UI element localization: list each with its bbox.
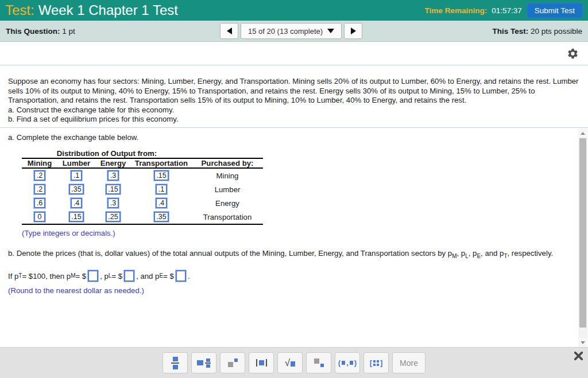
- more-button[interactable]: More: [392, 352, 425, 373]
- exchange-value-input[interactable]: .1: [71, 170, 82, 181]
- exchange-value-input[interactable]: 0: [34, 212, 45, 222]
- close-icon[interactable]: [574, 352, 583, 360]
- previous-question-button[interactable]: [220, 23, 238, 39]
- next-question-button[interactable]: [344, 23, 362, 39]
- exchange-value-input[interactable]: .1: [156, 184, 167, 194]
- exchange-value-input[interactable]: .15: [69, 212, 83, 222]
- parentheses-button[interactable]: (,): [335, 352, 360, 373]
- part-b-answer-line: If pT = $100, then pM = $, pL = $, and p…: [8, 270, 571, 282]
- table-caption: Distribution of Output from:: [22, 149, 192, 158]
- exchange-value-input[interactable]: .2: [34, 170, 45, 181]
- this-question-label: This Question:: [6, 27, 60, 36]
- exchange-value-input[interactable]: .3: [107, 198, 119, 208]
- parentheses-icon: (,): [338, 358, 357, 367]
- test-player-window: Test:Week 1 Chapter 1 Test Time Remainin…: [0, 0, 588, 378]
- part-a-note: (Type integers or decimals.): [22, 229, 571, 237]
- question-item-b: b. Find a set of equilibrium prices for …: [8, 115, 580, 124]
- part-b-intro: b. Denote the prices (that is, dollar va…: [8, 249, 571, 258]
- column-header-mining: Mining: [22, 158, 57, 168]
- table-row: .6.4.3.4Energy: [22, 196, 263, 210]
- absolute-value-button[interactable]: [249, 352, 274, 373]
- absolute-value-icon: [256, 359, 267, 367]
- price-input[interactable]: [88, 270, 98, 282]
- exchange-value-input[interactable]: .4: [156, 198, 167, 208]
- row-label: Lumber: [192, 182, 263, 196]
- exponent-icon: [228, 358, 238, 367]
- mixed-number-button[interactable]: [191, 352, 216, 373]
- question-info-bar: This Question: 1 pt 15 of 20 (13 complet…: [0, 21, 588, 42]
- subscript-icon: [314, 358, 324, 367]
- scroll-down-button[interactable]: [578, 338, 587, 347]
- price-input[interactable]: [176, 270, 186, 282]
- exchange-value-input[interactable]: .3: [107, 170, 119, 181]
- question-item-a: a. Construct the exchange table for this…: [8, 106, 580, 115]
- submit-test-button[interactable]: Submit Test: [527, 3, 583, 18]
- subscript-button[interactable]: [306, 352, 331, 373]
- fraction-icon: [171, 357, 179, 369]
- part-b-round-note: (Round to the nearest dollar as needed.): [8, 286, 571, 295]
- question-body: Suppose an economy has four sectors: Min…: [8, 77, 580, 106]
- exchange-value-input[interactable]: .15: [154, 170, 168, 181]
- this-test-text: This Test: 20 pts possible: [492, 27, 582, 36]
- scrollbar-thumb[interactable]: [579, 138, 586, 328]
- column-header-lumber: Lumber: [57, 158, 95, 168]
- next-arrow-icon: [351, 28, 356, 34]
- table-caption-spacer: [192, 149, 263, 158]
- time-remaining-label: Time Remaining:: [425, 6, 488, 15]
- question-toolbar-row: [0, 42, 588, 65]
- previous-arrow-icon: [226, 28, 231, 34]
- test-title: Week 1 Chapter 1 Test: [38, 2, 178, 18]
- exponent-button[interactable]: [220, 352, 245, 373]
- question-select-label: 15 of 20 (13 complete): [248, 27, 323, 36]
- exchange-value-input[interactable]: .35: [69, 184, 83, 194]
- exchange-table: Distribution of Output from: Mining Lumb…: [22, 149, 263, 225]
- answer-scrollbar[interactable]: [578, 128, 587, 347]
- table-row: .2.35.15.1Lumber: [22, 182, 263, 196]
- row-label: Energy: [192, 196, 263, 210]
- column-header-transportation: Transportation: [131, 158, 192, 168]
- exchange-value-input[interactable]: .15: [106, 184, 120, 194]
- test-label: Test:: [5, 2, 34, 18]
- square-root-icon: √: [285, 358, 295, 368]
- price-input[interactable]: [124, 270, 134, 282]
- question-select-dropdown[interactable]: 15 of 20 (13 complete): [241, 23, 342, 39]
- square-root-button[interactable]: √: [277, 352, 303, 373]
- math-toolbar-buttons: √(,)[]More: [163, 352, 425, 373]
- question-navigation: 15 of 20 (13 complete): [220, 23, 362, 39]
- page-title: Test:Week 1 Chapter 1 Test: [5, 2, 178, 18]
- gear-icon[interactable]: [567, 48, 579, 60]
- exchange-table-body: .2.1.3.15Mining.2.35.15.1Lumber.6.4.3.4E…: [22, 168, 263, 224]
- table-row: 0.15.25.35Transportation: [22, 210, 263, 224]
- scroll-up-button[interactable]: [578, 128, 587, 138]
- this-question-value: 1 pt: [62, 27, 75, 36]
- row-label: Transportation: [192, 210, 263, 224]
- this-test-label: This Test:: [492, 27, 528, 36]
- exchange-value-input[interactable]: .2: [34, 184, 45, 194]
- exchange-value-input[interactable]: .35: [154, 212, 168, 222]
- question-statement: Suppose an economy has four sectors: Min…: [0, 65, 588, 128]
- matrix-icon: []: [370, 358, 383, 367]
- exchange-value-input[interactable]: .25: [106, 212, 120, 222]
- table-row: .2.1.3.15Mining: [22, 168, 263, 182]
- column-header-purchased-by: Purchased by:: [192, 158, 263, 168]
- math-input-toolbar: √(,)[]More: [0, 347, 588, 378]
- this-test-value: 20 pts possible: [531, 27, 582, 36]
- fraction-button[interactable]: [163, 352, 188, 373]
- test-header-bar: Test:Week 1 Chapter 1 Test Time Remainin…: [0, 0, 588, 21]
- answer-area: a. Complete the exchange table below. Di…: [0, 128, 588, 347]
- row-label: Mining: [192, 168, 263, 182]
- time-remaining-value: 01:57:37: [492, 6, 522, 15]
- chevron-down-icon: [327, 29, 334, 33]
- matrix-button[interactable]: []: [363, 352, 389, 373]
- scroll-down-icon: [581, 341, 585, 344]
- this-question-text: This Question: 1 pt: [6, 27, 75, 36]
- exchange-value-input[interactable]: .6: [34, 198, 45, 208]
- column-header-energy: Energy: [95, 158, 131, 168]
- scroll-up-icon: [581, 132, 585, 135]
- part-a-prompt: a. Complete the exchange table below.: [8, 133, 571, 142]
- mixed-number-icon: [197, 358, 211, 368]
- exchange-value-input[interactable]: .4: [71, 198, 82, 208]
